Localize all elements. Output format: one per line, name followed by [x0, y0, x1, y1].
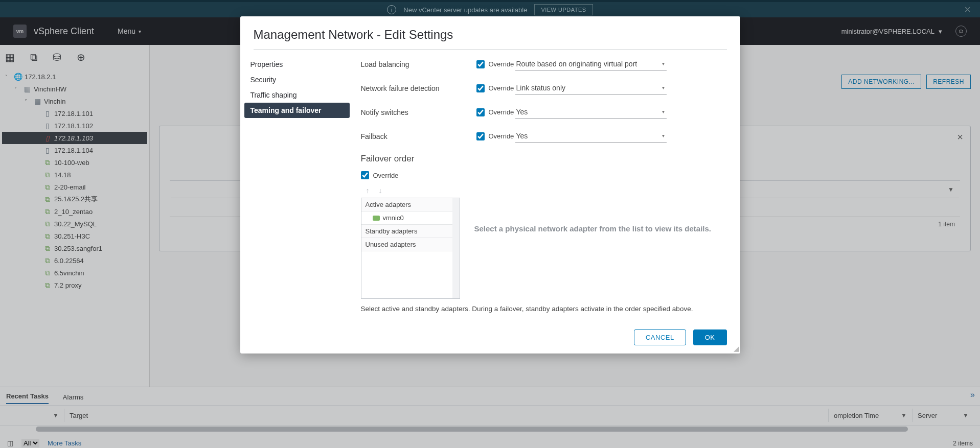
move-down-icon[interactable]: ↓	[379, 186, 382, 195]
override-nfd-checkbox[interactable]	[476, 84, 485, 92]
resize-handle-icon[interactable]: ◢	[734, 344, 739, 352]
label-failure-detection: Network failure detection	[361, 84, 476, 92]
override-label: Override	[489, 132, 514, 140]
nav-security[interactable]: Security	[244, 72, 350, 87]
adapter-list: Active adapters vmnic0 Standby adapters …	[361, 198, 460, 299]
cancel-button[interactable]: CANCEL	[634, 329, 686, 345]
adapter-name: vmnic0	[383, 214, 404, 222]
override-ns-checkbox[interactable]	[476, 108, 485, 116]
override-label: Override	[489, 60, 514, 68]
override-lb-checkbox[interactable]	[476, 60, 485, 68]
override-fb-checkbox[interactable]	[476, 132, 485, 140]
active-adapters-heading: Active adapters	[361, 198, 460, 211]
unused-adapters-heading: Unused adapters	[361, 238, 460, 251]
failover-note: Select active and standby adapters. Duri…	[361, 305, 723, 313]
override-label: Override	[373, 172, 399, 179]
failure-detection-select[interactable]: Link status only	[515, 82, 667, 95]
failback-select[interactable]: Yes	[515, 130, 667, 143]
move-up-icon[interactable]: ↑	[366, 186, 370, 195]
label-notify-switches: Notify switches	[361, 108, 476, 116]
override-failover-checkbox[interactable]	[361, 171, 369, 179]
override-label: Override	[489, 84, 514, 92]
nav-traffic-shaping[interactable]: Traffic shaping	[244, 87, 350, 103]
load-balancing-select[interactable]: Route based on originating virtual port	[515, 58, 667, 70]
modal-overlay: Management Network - Edit Settings Prope…	[0, 0, 980, 448]
edit-settings-dialog: Management Network - Edit Settings Prope…	[240, 16, 740, 353]
ok-button[interactable]: OK	[693, 329, 727, 345]
dialog-title: Management Network - Edit Settings	[240, 16, 740, 49]
failover-order-heading: Failover order	[361, 154, 723, 164]
nic-icon	[373, 216, 380, 221]
nav-teaming-failover[interactable]: Teaming and failover	[244, 103, 350, 118]
standby-adapters-heading: Standby adapters	[361, 225, 460, 238]
adapter-item[interactable]: vmnic0	[361, 211, 460, 225]
notify-switches-select[interactable]: Yes	[515, 106, 667, 119]
nav-properties[interactable]: Properties	[244, 57, 350, 72]
adapter-details-placeholder: Select a physical network adapter from t…	[474, 186, 723, 233]
label-failback: Failback	[361, 132, 476, 140]
override-label: Override	[489, 108, 514, 116]
label-load-balancing: Load balancing	[361, 60, 476, 68]
